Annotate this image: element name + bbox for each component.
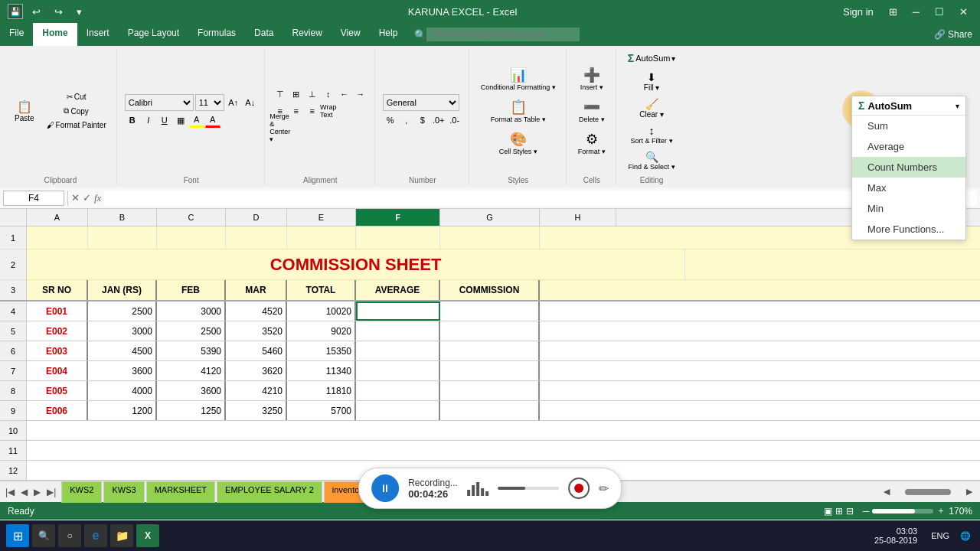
autosum-sum[interactable]: Sum	[852, 116, 965, 136]
tab-data[interactable]: Data	[245, 23, 283, 46]
col-header-e[interactable]: E	[287, 209, 356, 226]
cell-styles-btn[interactable]: 🎨 Cell Styles ▾	[495, 129, 541, 158]
header-feb[interactable]: FEB	[157, 280, 226, 300]
align-right-btn[interactable]: ≡	[305, 103, 320, 119]
commission-sheet-title[interactable]: COMMISSION SHEET	[27, 249, 685, 279]
border-btn[interactable]: ▦	[173, 112, 188, 128]
sort-filter-btn[interactable]: ↕ Sort & Filter ▾	[627, 122, 677, 147]
dec-inc-btn[interactable]: .0+	[431, 112, 446, 128]
recording-edit-btn[interactable]: ✏	[599, 481, 609, 496]
tab-page-layout[interactable]: Page Layout	[119, 23, 188, 46]
tab-view[interactable]: View	[332, 23, 370, 46]
zoom-in-btn[interactable]: ＋	[936, 504, 946, 517]
share-btn[interactable]: 🔗 Share	[934, 29, 972, 40]
decrease-font-btn[interactable]: A↓	[243, 95, 258, 110]
format-as-table-btn[interactable]: 📋 Format as Table ▾	[487, 96, 550, 126]
taskbar-cortana[interactable]: ○	[58, 524, 81, 547]
search-input[interactable]	[426, 28, 580, 41]
zoom-slider[interactable]	[872, 509, 933, 514]
taskbar-explorer[interactable]: 📁	[110, 524, 133, 547]
text-direction-btn[interactable]: ↕	[321, 86, 336, 102]
merge-center-btn[interactable]: Merge & Center ▾	[273, 120, 288, 135]
zoom-out-btn[interactable]: ─	[863, 506, 870, 517]
bold-btn[interactable]: B	[125, 112, 140, 128]
font-size-select[interactable]: 11	[195, 94, 224, 111]
selected-cell-f4[interactable]	[356, 302, 440, 321]
tab-file[interactable]: File	[0, 23, 33, 46]
recording-pause-btn[interactable]: ⏸	[371, 474, 399, 502]
taskbar-ie[interactable]: e	[84, 524, 107, 547]
col-header-b[interactable]: B	[88, 209, 157, 226]
delete-btn[interactable]: ➖ Delete ▾	[575, 96, 609, 126]
increase-font-btn[interactable]: A↑	[226, 95, 241, 110]
redo-btn[interactable]: ↪	[50, 5, 67, 19]
taskbar-search[interactable]: 🔍	[32, 524, 55, 547]
copy-btn[interactable]: ⧉ Copy	[43, 104, 110, 118]
autosum-max[interactable]: Max	[852, 178, 965, 198]
ribbon-display-btn[interactable]: ⊞	[884, 5, 902, 19]
insert-function-icon[interactable]: fx	[94, 192, 101, 204]
font-name-select[interactable]: Calibri	[125, 94, 194, 111]
tab-insert[interactable]: Insert	[77, 23, 119, 46]
start-btn[interactable]: ⊞	[6, 524, 29, 547]
col-header-h[interactable]: H	[540, 209, 616, 226]
tab-scroll-prev[interactable]: ◀	[18, 486, 30, 498]
header-average[interactable]: AVERAGE	[356, 280, 440, 300]
col-header-g[interactable]: G	[440, 209, 540, 226]
format-btn[interactable]: ⚙ Format ▾	[574, 129, 609, 158]
find-select-btn[interactable]: 🔍 Find & Select ▾	[625, 148, 679, 173]
tab-scroll-first[interactable]: |◀	[3, 486, 17, 498]
italic-btn[interactable]: I	[141, 112, 156, 128]
cell-reference-box[interactable]	[3, 191, 64, 206]
formula-input[interactable]	[104, 191, 977, 206]
tab-help[interactable]: Help	[370, 23, 407, 46]
header-total[interactable]: TOTAL	[287, 280, 356, 300]
autosum-more-functions[interactable]: More Functions...	[852, 219, 965, 240]
signin-btn[interactable]: Sign in	[838, 5, 878, 19]
minimize-btn[interactable]: ─	[908, 5, 924, 19]
currency-btn[interactable]: $	[415, 112, 430, 128]
autosum-count-numbers[interactable]: Count Numbers	[852, 157, 965, 178]
insert-btn[interactable]: ➕ Insert ▾	[577, 64, 607, 93]
indent-dec-btn[interactable]: ←	[337, 86, 352, 102]
col-header-f[interactable]: F	[356, 209, 440, 226]
recording-stop-btn[interactable]	[568, 478, 590, 499]
indent-inc-btn[interactable]: →	[353, 86, 368, 102]
autosum-btn[interactable]: Σ AutoSum ▾	[624, 49, 680, 67]
undo-btn[interactable]: ↩	[28, 5, 45, 19]
taskbar-excel[interactable]: X	[136, 524, 159, 547]
autosum-average[interactable]: Average	[852, 136, 965, 157]
fill-color-btn[interactable]: A	[189, 112, 204, 128]
conditional-formatting-btn[interactable]: 📊 Conditional Formatting ▾	[477, 64, 560, 93]
col-header-a[interactable]: A	[27, 209, 88, 226]
align-middle-btn[interactable]: ⊞	[289, 86, 304, 102]
number-format-select[interactable]: General	[383, 94, 459, 111]
tab-review[interactable]: Review	[283, 23, 331, 46]
col-header-c[interactable]: C	[157, 209, 226, 226]
col-header-d[interactable]: D	[226, 209, 287, 226]
maximize-btn[interactable]: ☐	[930, 5, 949, 19]
view-normal-icon[interactable]: ▣	[824, 506, 832, 517]
sheet-tab-kws3[interactable]: KWS3	[103, 481, 144, 503]
save-icon[interactable]: 💾	[8, 4, 23, 19]
font-color-btn[interactable]: A	[205, 112, 220, 128]
underline-btn[interactable]: U	[157, 112, 172, 128]
quick-access-more[interactable]: ▾	[72, 5, 87, 19]
tab-scroll-last[interactable]: ▶|	[44, 486, 58, 498]
comma-btn[interactable]: ,	[399, 112, 414, 128]
wrap-text-btn[interactable]: Wrap Text	[321, 103, 336, 119]
view-layout-icon[interactable]: ⊞	[835, 506, 843, 517]
fill-btn[interactable]: ⬇ Fill ▾	[640, 69, 664, 94]
header-commission[interactable]: COMMISSION	[440, 280, 540, 300]
format-painter-btn[interactable]: 🖌 Format Painter	[43, 119, 110, 132]
tab-home[interactable]: Home	[33, 23, 77, 46]
align-top-btn[interactable]: ⊤	[273, 86, 288, 102]
sheet-scrollbar[interactable]: ◀ ▶	[876, 487, 980, 497]
header-mar[interactable]: MAR	[226, 280, 287, 300]
view-page-break-icon[interactable]: ⊟	[846, 506, 854, 517]
align-center-btn[interactable]: ≡	[289, 103, 304, 119]
tab-scroll-next[interactable]: ▶	[31, 486, 43, 498]
align-bottom-btn[interactable]: ⊥	[305, 86, 320, 102]
percent-btn[interactable]: %	[383, 112, 398, 128]
cancel-formula-icon[interactable]: ✕	[71, 192, 80, 204]
